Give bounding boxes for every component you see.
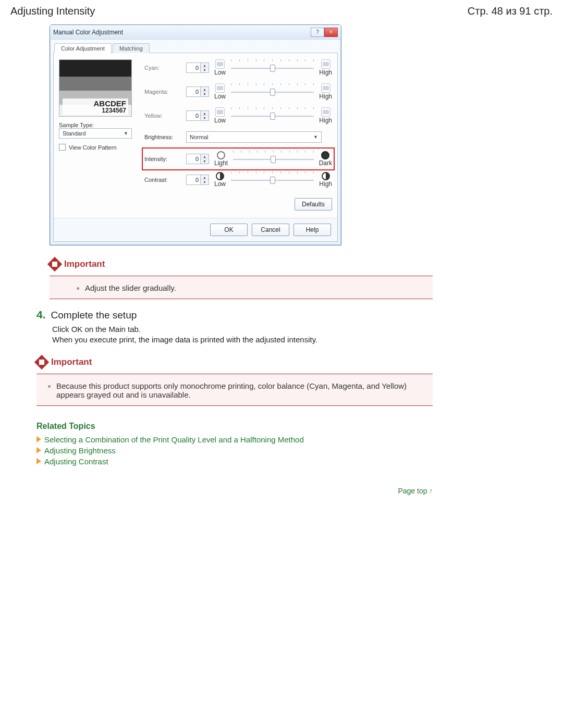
close-button[interactable]: × [324,28,338,37]
help-titlebar-button[interactable]: ? [311,28,324,37]
magenta-label: Magenta: [144,89,181,95]
contrast-low-label: Low [214,180,226,188]
contrast-value[interactable] [187,175,200,184]
preview-numbers: 1234567 [65,107,126,114]
sample-type-label: Sample Type: [59,122,137,128]
arrow-up-icon: ↑ [430,487,433,495]
brightness-label: Brightness: [144,134,181,140]
ok-button[interactable]: OK [210,224,248,236]
light-icon [217,151,225,159]
yellow-slider[interactable] [231,110,314,121]
important-heading: Important [50,259,433,273]
intensity-value[interactable] [187,154,200,164]
tab-matching[interactable]: Matching [113,43,150,53]
related-link-0[interactable]: Selecting a Combination of the Print Qua… [36,435,433,444]
high-contrast-icon [322,172,330,180]
step-body: Click OK on the Main tab. When you execu… [52,324,433,346]
arrow-right-icon [36,447,41,453]
manual-color-adjustment-dialog: Manual Color Adjustment ? × Color Adjust… [50,24,341,245]
important-item: Because this product supports only monoc… [56,381,424,399]
yellow-value[interactable] [187,111,200,120]
important-heading-2: Important [36,357,433,371]
brightness-select[interactable]: Normal ▼ [186,131,322,143]
chevron-down-icon: ▼ [124,131,128,136]
important-box-2: Because this product supports only monoc… [36,374,433,406]
contrast-slider[interactable] [231,175,314,185]
intensity-high-label: Dark [319,159,332,167]
intensity-row-highlight: Intensity: ▲▼ Light Dark [142,148,334,170]
tab-color-adjustment[interactable]: Color Adjustment [54,43,112,53]
high-swatch-icon [321,59,331,69]
low-contrast-icon [216,172,224,180]
intensity-slider[interactable] [233,154,314,164]
intensity-low-label: Light [214,159,228,167]
step-title: Complete the setup [51,310,137,321]
related-link-1[interactable]: Adjusting Brightness [36,446,433,455]
magenta-slider[interactable] [231,87,314,97]
view-color-pattern-checkbox[interactable]: View Color Pattern [59,144,137,151]
arrow-right-icon [36,436,41,442]
cancel-button[interactable]: Cancel [252,224,289,236]
yellow-spinner[interactable]: ▲▼ [186,110,209,121]
intensity-spinner[interactable]: ▲▼ [186,154,209,164]
yellow-label: Yellow: [144,113,181,119]
contrast-high-label: High [319,180,332,188]
spinner-up-icon[interactable]: ▲ [201,63,209,68]
page-top-link[interactable]: Page top ↑ [36,487,433,495]
cyan-high-label: High [319,69,332,76]
low-swatch-icon [215,59,225,69]
view-color-pattern-label: View Color Pattern [69,144,117,151]
brightness-value: Normal [190,134,208,140]
important-box-1: Adjust the slider gradually. [50,276,433,299]
spinner-down-icon[interactable]: ▼ [201,68,209,72]
defaults-button[interactable]: Defaults [295,198,332,211]
dark-icon [321,151,329,159]
contrast-label: Contrast: [144,177,181,183]
magenta-spinner[interactable]: ▲▼ [186,87,209,97]
cyan-spinner[interactable]: ▲▼ [186,63,209,73]
page-counter: Стр. 48 из 91 стр. [468,5,553,17]
related-link-2[interactable]: Adjusting Contrast [36,457,433,466]
magenta-value[interactable] [187,87,200,96]
cyan-slider[interactable] [231,63,314,73]
arrow-right-icon [36,458,41,464]
important-icon [47,257,62,272]
dialog-title: Manual Color Adjustment [53,29,123,36]
contrast-spinner[interactable]: ▲▼ [186,175,209,185]
related-topics-heading: Related Topics [36,422,433,431]
help-button[interactable]: Help [293,224,331,236]
preview-letters: ABCDEF [94,99,127,108]
cyan-low-label: Low [214,69,226,76]
checkbox-box [59,144,66,151]
page-title: Adjusting Intensity [10,5,95,17]
intensity-label: Intensity: [144,156,181,162]
chevron-down-icon: ▼ [313,134,318,140]
sample-type-select[interactable]: Standard ▼ [59,128,132,139]
sample-type-value: Standard [63,130,86,137]
preview-image: ABCDEF 1234567 [59,59,132,117]
important-item: Adjust the slider gradually. [85,283,424,292]
cyan-label: Cyan: [144,65,181,71]
cyan-value[interactable] [187,63,200,72]
step-number: 4. [36,309,46,321]
important-icon [34,354,49,369]
